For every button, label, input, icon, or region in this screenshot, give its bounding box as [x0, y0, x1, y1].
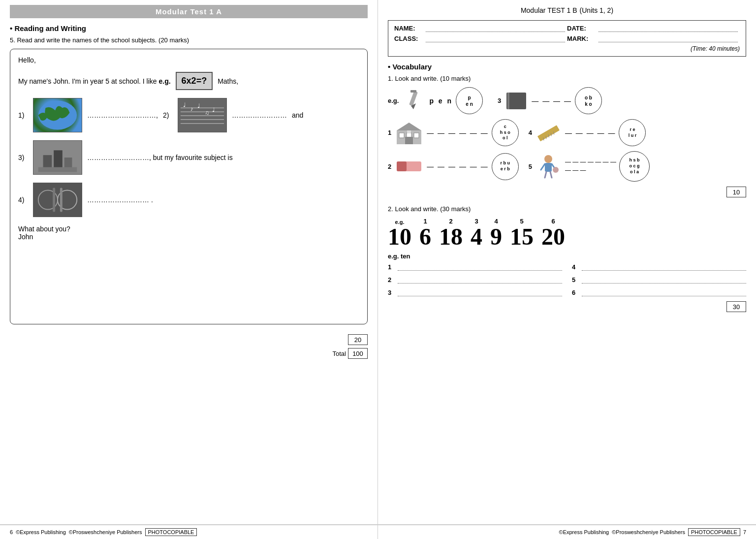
ruler-icon — [535, 121, 562, 145]
number-eg: e.g. 10 — [388, 219, 411, 249]
vocab-circle-pen: pe n — [456, 87, 483, 114]
svg-line-45 — [541, 164, 545, 170]
svg-rect-20 — [53, 188, 55, 212]
photo-art — [33, 183, 82, 217]
letter-item-1: 1) …………………………, 2) — [18, 98, 359, 132]
svg-text:♪: ♪ — [190, 105, 193, 112]
svg-line-48 — [550, 172, 552, 178]
vocabulary-section: Vocabulary 1. Look and write. (10 marks)… — [388, 63, 746, 197]
svg-text:♫: ♫ — [205, 109, 209, 116]
score-row-20: 20 — [348, 334, 368, 345]
score-area: 20 Total 100 — [10, 334, 368, 359]
letter-box: Hello, My name's John. I'm in year 5 at … — [10, 49, 368, 324]
vocab-item-4: 4 — — — — — r el u r — [529, 119, 646, 146]
footer-right-content: ©Express Publishing ©Prosweshcheniye Pub… — [559, 528, 746, 536]
svg-rect-33 — [405, 137, 413, 144]
vocab1-instruction: 1. Look and write. (10 marks) — [388, 75, 746, 82]
left-page: Modular Test 1 A Reading and Writing 5. … — [0, 0, 378, 524]
number-2: 2 18 — [439, 218, 463, 249]
svg-rect-44 — [545, 163, 552, 172]
right-header: Modular TEST 1 B (Units 1, 2) — [388, 5, 746, 15]
class-row: CLASS: MARK: — [394, 35, 740, 42]
score-box-20: 20 — [348, 334, 368, 345]
right-footer: ©Express Publishing ©Prosweshcheniye Pub… — [378, 525, 756, 539]
vocab-circle-toys: h s bo c go l a — [619, 151, 650, 182]
write-line-1: 1 — [388, 263, 562, 271]
write-line-3: 3 — [388, 288, 562, 296]
right-page: Modular TEST 1 B (Units 1, 2) NAME: DATE… — [378, 0, 756, 524]
vocab-title: Vocabulary — [388, 63, 746, 71]
svg-rect-24 — [410, 90, 416, 93]
photocopiable-badge-right: PHOTOCOPIABLE — [688, 528, 740, 536]
left-footer: 6 ©Express Publishing ©Prosweshcheniye P… — [0, 525, 378, 539]
reading-writing-title: Reading and Writing — [10, 24, 368, 32]
name-date-box: NAME: DATE: CLASS: MARK: (Time: 40 minut… — [388, 20, 746, 57]
svg-rect-22 — [410, 91, 418, 106]
toys-icon — [535, 153, 562, 180]
photo-music: ♩ ♪ ♩ ♫ ♩ — [178, 98, 227, 132]
photo-stones — [33, 140, 82, 175]
letter-item-3: 3) ………………………, but my favourite subject i… — [18, 140, 359, 175]
vocab1-score-row: 10 — [388, 187, 746, 197]
name-row: NAME: DATE: — [394, 25, 740, 32]
letter-closing: What about you? John — [18, 225, 359, 241]
book-icon — [504, 89, 529, 113]
vocab1-score-box: 10 — [726, 187, 746, 197]
svg-text:♩: ♩ — [212, 106, 215, 113]
instruction-5: 5. Read and write the names of the schoo… — [10, 36, 368, 44]
vocab2-instruction: 2. Look and write. (30 marks) — [388, 205, 746, 213]
svg-rect-30 — [399, 133, 404, 138]
vocab-circle-book: o bk o — [575, 87, 602, 114]
svg-rect-34 — [407, 130, 411, 133]
score-box-100: 100 — [348, 348, 368, 359]
vocab-item-2: 2 — — — — — — r b ue r b — [388, 153, 519, 180]
vocab-circle-eraser: r b ue r b — [492, 153, 519, 180]
letter-item-4: 4) ……………………… . — [18, 183, 359, 217]
svg-text:♩: ♩ — [197, 102, 200, 109]
svg-point-43 — [544, 155, 552, 163]
numbers-score-row: 30 — [388, 301, 746, 312]
footer-left-content: 6 ©Express Publishing ©Prosweshcheniye P… — [10, 528, 197, 536]
time-note: (Time: 40 minutes) — [394, 45, 740, 52]
vocab-item-5: 5 — — — — — — —— — — h s bo c go l a — [529, 151, 650, 182]
svg-marker-29 — [397, 123, 421, 130]
numbers-row: e.g. 10 1 6 2 18 3 4 4 9 — [388, 218, 746, 249]
numbers-score-box: 30 — [726, 301, 746, 312]
number-1: 1 6 — [419, 218, 431, 249]
write-line-4: 4 — [572, 263, 746, 271]
school-icon — [394, 121, 424, 145]
left-header: Modular Test 1 A — [10, 5, 368, 18]
maths-box: 6x2=? — [176, 72, 213, 90]
numbers-section: 2. Look and write. (30 marks) e.g. 10 1 … — [388, 205, 746, 312]
number-3: 3 4 — [471, 218, 482, 249]
svg-rect-42 — [397, 161, 407, 171]
write-line-2: 2 — [388, 276, 562, 284]
vocab-circle-school: c h s oo l — [492, 119, 519, 146]
eg-word: e.g. ten — [388, 253, 746, 260]
svg-point-49 — [553, 167, 559, 173]
photocopiable-badge-left: PHOTOCOPIABLE — [145, 528, 197, 536]
svg-line-47 — [545, 172, 546, 178]
number-4: 4 9 — [490, 218, 502, 249]
vocab-circle-ruler: r el u r — [619, 119, 646, 146]
eraser-icon — [394, 157, 424, 176]
number-6: 6 20 — [541, 218, 565, 249]
number-5: 5 15 — [510, 218, 534, 249]
letter-intro: My name's John. I'm in year 5 at school.… — [18, 72, 359, 90]
write-line-5: 5 — [572, 276, 746, 284]
svg-text:♩: ♩ — [183, 101, 186, 108]
write-lines-grid: 1 4 2 5 3 — [388, 263, 746, 299]
svg-rect-32 — [414, 133, 419, 138]
svg-rect-21 — [60, 188, 63, 212]
vocab-eg: e.g. p e n pe n — [388, 87, 483, 114]
vocab-item-3: 3 — — — — o bk o — [498, 87, 602, 114]
photo-earth — [33, 98, 82, 132]
letter-greeting: Hello, — [18, 56, 359, 64]
pen-icon — [402, 89, 426, 113]
vocab-item-1: 1 — — — — — — c h s oo l — [388, 119, 519, 146]
svg-rect-35 — [537, 125, 560, 141]
svg-rect-14 — [54, 150, 63, 169]
score-row-total: Total 100 — [333, 348, 368, 359]
write-line-6: 6 — [572, 288, 746, 296]
svg-rect-16 — [38, 167, 77, 172]
